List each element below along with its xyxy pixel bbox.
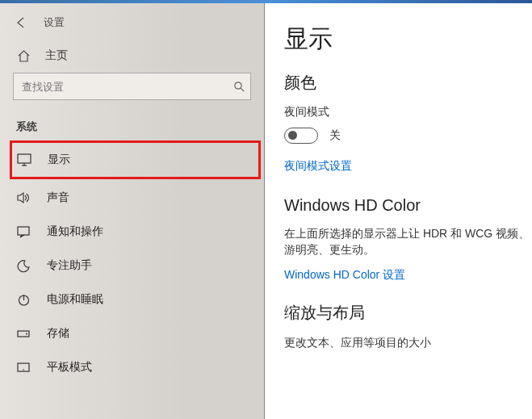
scale-description: 更改文本、应用等项目的大小 (284, 335, 532, 351)
sidebar-item-storage[interactable]: 存储 (0, 316, 264, 350)
night-light-toggle[interactable] (284, 128, 318, 144)
sidebar-item-sound[interactable]: 声音 (0, 181, 264, 215)
sidebar-item-home[interactable]: 主页 (0, 40, 264, 73)
sidebar-item-notifications[interactable]: 通知和操作 (0, 215, 264, 249)
sidebar-item-power[interactable]: 电源和睡眠 (0, 283, 264, 316)
search-input[interactable] (14, 81, 228, 93)
nav-label: 显示 (48, 153, 70, 167)
svg-point-0 (234, 82, 241, 88)
sidebar-item-display[interactable]: 显示 (10, 140, 261, 179)
hd-color-settings-link[interactable]: Windows HD Color 设置 (284, 268, 405, 283)
search-box[interactable] (13, 73, 251, 100)
back-button[interactable] (13, 15, 29, 31)
home-label: 主页 (45, 48, 68, 63)
nav-label: 通知和操作 (47, 224, 103, 239)
sidebar: 设置 主页 系统 显示 (0, 3, 265, 419)
monitor-icon (17, 153, 31, 167)
svg-line-1 (241, 88, 244, 91)
nav-label: 存储 (47, 326, 69, 341)
app-title: 设置 (44, 15, 65, 30)
page-title: 显示 (284, 23, 532, 56)
notification-icon (16, 224, 31, 239)
nav-label: 电源和睡眠 (47, 292, 103, 307)
home-icon (16, 48, 31, 63)
svg-point-9 (26, 333, 27, 335)
search-icon (228, 73, 250, 99)
nav-label: 专注助手 (47, 258, 92, 273)
sound-icon (16, 191, 31, 205)
toggle-state-label: 关 (329, 128, 341, 143)
svg-rect-5 (18, 227, 29, 235)
sidebar-item-focus-assist[interactable]: 专注助手 (0, 249, 264, 283)
svg-rect-2 (18, 154, 31, 163)
moon-icon (16, 258, 31, 273)
hd-color-title: Windows HD Color (284, 196, 532, 215)
storage-icon (16, 326, 31, 341)
night-light-label: 夜间模式 (284, 105, 532, 119)
tablet-icon (16, 360, 31, 375)
content-area: 显示 颜色 夜间模式 关 夜间模式设置 Windows HD Color 在上面… (265, 3, 532, 419)
hd-color-description: 在上面所选择的显示器上让 HDR 和 WCG 视频、游明亮、更生动。 (284, 226, 532, 258)
sidebar-item-tablet[interactable]: 平板模式 (0, 350, 264, 384)
scale-layout-title: 缩放与布局 (284, 302, 532, 324)
arrow-left-icon (14, 15, 28, 30)
night-light-settings-link[interactable]: 夜间模式设置 (284, 159, 352, 174)
sidebar-section-header: 系统 (0, 111, 264, 139)
color-section-title: 颜色 (284, 72, 532, 94)
nav-label: 平板模式 (47, 360, 92, 375)
svg-point-11 (23, 369, 24, 371)
nav-label: 声音 (47, 191, 69, 205)
power-icon (16, 292, 31, 307)
